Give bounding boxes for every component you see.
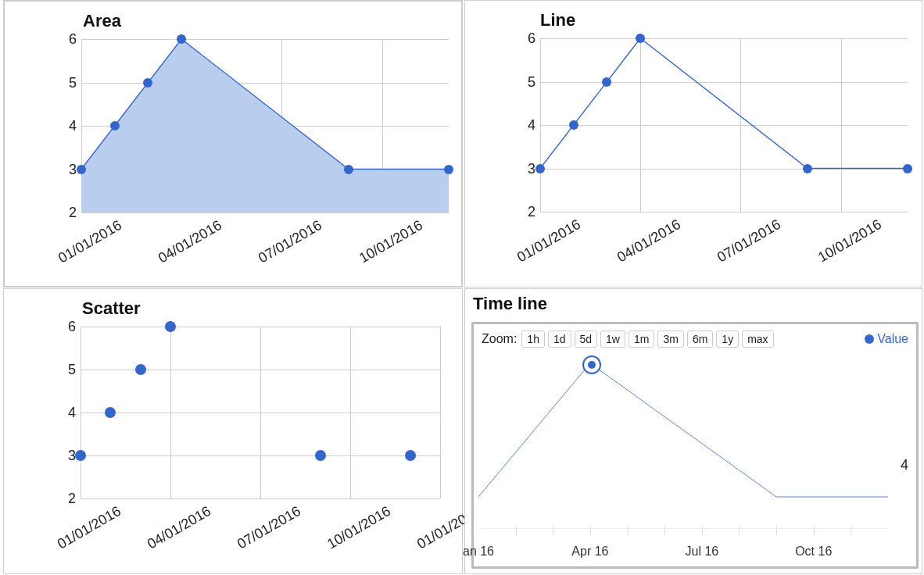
minor-tick: [702, 526, 703, 535]
zoom-button-1m[interactable]: 1m: [629, 330, 654, 348]
chart-title-area: Area: [83, 11, 121, 31]
chart-title-scatter: Scatter: [82, 298, 141, 319]
x-tick: an 16: [463, 545, 494, 559]
timeline-plot[interactable]: an 16 Apr 16 Jul 16 Oct 16: [478, 363, 888, 541]
data-point: [344, 165, 353, 174]
x-tick: 10/01/2016: [815, 216, 885, 266]
data-point: [903, 164, 912, 173]
timeline-svg: [478, 363, 888, 541]
gridline: [540, 212, 908, 212]
gridline: [81, 212, 449, 213]
panel-line: Line 6 5 4 3 2 01/01/2016 04/01/2016 07/…: [464, 0, 922, 288]
x-tick: 07/01/2016: [714, 216, 784, 266]
y-tick: 4: [68, 405, 76, 421]
data-point: [110, 121, 120, 130]
y-tick: 2: [528, 204, 535, 220]
minor-tick: [516, 526, 517, 535]
timeline-inner: Zoom: 1h 1d 5d 1w 1m 3m 6m 1y max Value: [471, 322, 919, 569]
gridline: [350, 327, 351, 498]
minor-tick: [814, 526, 815, 535]
minor-tick: [776, 526, 777, 535]
timeline-legend-text: Value: [877, 332, 908, 346]
x-tick: 10/01/2016: [356, 217, 426, 266]
zoom-button-5d[interactable]: 5d: [575, 330, 598, 348]
y-tick: 6: [69, 31, 77, 48]
timeline-zoom-label: Zoom:: [482, 332, 517, 346]
chart-title-line: Line: [540, 10, 575, 30]
y-tick: 5: [68, 362, 76, 378]
timeline-y-tick: 4: [901, 457, 908, 473]
data-point: [165, 321, 176, 332]
y-tick: 3: [69, 161, 77, 177]
zoom-button-1d[interactable]: 1d: [548, 330, 571, 348]
x-tick: 10/01/2016: [324, 503, 394, 552]
y-tick: 3: [528, 160, 535, 177]
timeline-zoom-row: Zoom: 1h 1d 5d 1w 1m 3m 6m 1y max Value: [482, 330, 908, 348]
y-tick: 6: [68, 319, 76, 335]
data-point: [602, 77, 611, 87]
line-svg: [540, 38, 908, 212]
gridline: [81, 327, 81, 498]
y-tick: 6: [528, 30, 535, 47]
x-tick: Jul 16: [685, 545, 718, 559]
plot-area-line: 6 5 4 3 2 01/01/2016 04/01/2016 07/01/20…: [540, 38, 908, 212]
charts-canvas: Area 6 5 4 3 2 01/01/2016 04/01/2016 07/…: [0, 0, 924, 575]
timeline-legend: Value: [865, 332, 908, 346]
y-tick: 4: [69, 118, 77, 134]
area-svg: [81, 39, 449, 212]
panel-area: Area 6 5 4 3 2 01/01/2016 04/01/2016 07/…: [3, 0, 463, 288]
x-tick: 07/01/2016: [256, 217, 325, 266]
data-point: [315, 450, 326, 461]
zoom-button-1h[interactable]: 1h: [521, 330, 545, 348]
y-tick: 5: [528, 73, 535, 90]
panel-timeline: Time line Zoom: 1h 1d 5d 1w 1m 3m 6m 1y …: [464, 288, 922, 574]
minor-tick: [628, 526, 629, 535]
minor-tick: [590, 526, 591, 535]
gridline: [440, 327, 441, 498]
data-point: [105, 407, 116, 418]
data-point: [135, 364, 146, 375]
y-tick: 2: [69, 205, 77, 221]
data-point: [535, 164, 545, 173]
x-tick: Apr 16: [571, 545, 608, 559]
x-tick: 04/01/2016: [156, 217, 225, 266]
chart-title-timeline: Time line: [473, 294, 547, 314]
data-point: [77, 165, 86, 174]
plot-area-scatter: 6 5 4 3 2 01/01/2016 04/01/2016 07/01/20…: [81, 327, 440, 498]
data-point: [75, 450, 86, 461]
x-tick: Oct 16: [795, 545, 832, 559]
y-tick: 5: [69, 74, 77, 91]
zoom-button-1w[interactable]: 1w: [600, 330, 625, 348]
zoom-button-6m[interactable]: 6m: [687, 330, 713, 348]
legend-bullet-icon: [865, 334, 874, 344]
zoom-button-3m[interactable]: 3m: [657, 330, 683, 348]
data-point: [405, 450, 416, 461]
minor-tick: [739, 526, 740, 535]
plot-area-area: 6 5 4 3 2 01/01/2016 04/01/2016 07/01/20…: [81, 39, 449, 212]
data-point: [143, 78, 152, 88]
panel-scatter: Scatter 6 5 4 3 2 01/01/2016 04/01/2016 …: [3, 288, 463, 574]
x-tick: 01/01/2016: [55, 503, 124, 552]
y-tick: 4: [528, 117, 535, 134]
y-tick: 2: [68, 491, 76, 507]
gridline: [260, 327, 261, 498]
gridline: [170, 327, 171, 498]
x-tick: 01/01/2016: [56, 217, 125, 266]
x-tick: 01/01/2016: [514, 216, 584, 266]
x-tick: 04/01/2016: [145, 503, 214, 552]
zoom-button-max[interactable]: max: [742, 330, 773, 348]
minor-tick: [664, 526, 665, 535]
svg-marker-0: [81, 39, 449, 212]
data-point: [444, 165, 453, 174]
data-point: [803, 164, 812, 173]
x-tick: 07/01/2016: [235, 503, 304, 552]
minor-tick: [851, 526, 851, 535]
dot-icon: [588, 361, 596, 369]
gridline: [81, 498, 440, 499]
zoom-button-1y[interactable]: 1y: [716, 330, 739, 348]
x-tick: 04/01/2016: [614, 216, 684, 266]
data-point: [569, 120, 578, 130]
minor-tick: [553, 526, 553, 535]
timeline-highlight-point[interactable]: [582, 355, 601, 374]
